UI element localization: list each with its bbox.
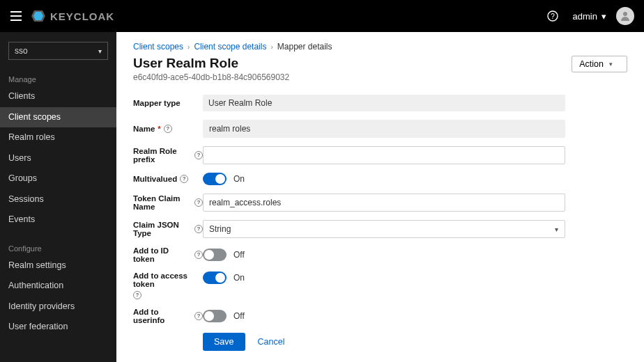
realm-selector-value: sso (15, 46, 28, 56)
chevron-right-icon: › (270, 43, 273, 51)
cancel-button[interactable]: Cancel (255, 333, 288, 351)
main-content: Client scopes › Client scope details › M… (116, 32, 644, 362)
help-button[interactable]: ? (545, 8, 560, 24)
sidebar-item-realm-settings[interactable]: Realm settings (0, 255, 116, 276)
logo-icon (31, 8, 46, 24)
multivalued-toggle-text: On (233, 174, 245, 184)
avatar[interactable] (616, 7, 634, 25)
help-icon[interactable]: ? (194, 225, 203, 233)
menu-toggle-button[interactable] (6, 6, 26, 26)
help-icon[interactable]: ? (133, 291, 141, 299)
sidebar-item-realm-roles[interactable]: Realm roles (0, 127, 116, 148)
svg-rect-0 (10, 11, 22, 13)
label-claim-json-type: Claim JSON Type ? (133, 221, 203, 237)
help-icon[interactable]: ? (180, 175, 188, 183)
breadcrumb-current: Mapper details (277, 42, 332, 52)
mapper-form: Mapper type User Realm Role Name * ? (133, 95, 565, 351)
brand-logo[interactable]: KEYCLOAK (31, 8, 114, 24)
name-input[interactable] (203, 120, 565, 138)
sidebar: sso ▾ Manage Clients Client scopes Realm… (0, 32, 116, 362)
add-to-access-token-toggle-text: On (233, 273, 245, 283)
label-add-to-access-token: Add to access token ? (133, 272, 203, 299)
svg-rect-1 (10, 15, 22, 17)
sidebar-item-user-federation[interactable]: User federation (0, 317, 116, 338)
help-icon[interactable]: ? (164, 125, 172, 133)
chevron-down-icon: ▾ (98, 47, 102, 55)
page-title: User Realm Role (133, 56, 289, 71)
chevron-down-icon: ▾ (601, 11, 606, 22)
action-menu-button[interactable]: Action ▾ (572, 56, 627, 72)
sidebar-item-identity-providers[interactable]: Identity providers (0, 297, 116, 317)
sidebar-item-clients[interactable]: Clients (0, 86, 116, 107)
multivalued-toggle[interactable] (203, 173, 227, 185)
svg-rect-2 (10, 19, 22, 21)
help-icon: ? (547, 10, 558, 22)
user-menu-button[interactable]: admin ▾ (573, 11, 606, 22)
chevron-down-icon: ▾ (609, 61, 613, 68)
action-menu-label: Action (579, 59, 604, 69)
label-add-to-userinfo: Add to userinfo ? (133, 308, 203, 324)
sidebar-item-sessions[interactable]: Sessions (0, 189, 116, 210)
realm-role-prefix-input[interactable] (203, 146, 565, 164)
label-token-claim-name: Token Claim Name ? (133, 194, 203, 211)
add-to-id-token-toggle[interactable] (203, 249, 227, 261)
brand-text: KEYCLOAK (50, 10, 114, 22)
user-icon (620, 10, 631, 22)
sidebar-item-events[interactable]: Events (0, 210, 116, 230)
add-to-id-token-toggle-text: Off (233, 250, 245, 260)
sidebar-section-configure: Configure (0, 239, 116, 255)
claim-json-type-select[interactable] (203, 220, 565, 238)
sidebar-item-users[interactable]: Users (0, 148, 116, 169)
label-realm-role-prefix: Realm Role prefix ? (133, 147, 203, 164)
mapper-type-value: User Realm Role (203, 95, 565, 111)
page-subtitle: e6c40fd9-ace5-40db-b1b8-84c906569032 (133, 72, 289, 82)
save-button[interactable]: Save (203, 333, 245, 351)
breadcrumb: Client scopes › Client scope details › M… (133, 42, 627, 52)
sidebar-item-authentication[interactable]: Authentication (0, 276, 116, 297)
sidebar-item-groups[interactable]: Groups (0, 168, 116, 189)
sidebar-section-manage: Manage (0, 70, 116, 86)
hamburger-icon (10, 11, 22, 21)
sidebar-item-client-scopes[interactable]: Client scopes (0, 107, 116, 128)
help-icon[interactable]: ? (194, 198, 203, 207)
help-icon[interactable]: ? (194, 251, 203, 259)
label-name: Name * ? (133, 125, 203, 133)
label-multivalued: Multivalued ? (133, 175, 203, 183)
svg-point-7 (623, 12, 627, 16)
breadcrumb-link-client-scopes[interactable]: Client scopes (133, 42, 183, 52)
help-icon[interactable]: ? (194, 312, 203, 320)
add-to-access-token-toggle[interactable] (203, 272, 227, 284)
realm-selector[interactable]: sso ▾ (8, 42, 108, 60)
required-indicator: * (158, 125, 160, 133)
chevron-right-icon: › (187, 43, 190, 51)
topbar: KEYCLOAK ? admin ▾ (0, 0, 644, 32)
svg-text:?: ? (551, 13, 555, 20)
breadcrumb-link-client-scope-details[interactable]: Client scope details (194, 42, 266, 52)
add-to-userinfo-toggle-text: Off (233, 311, 245, 321)
token-claim-name-input[interactable] (203, 194, 565, 212)
add-to-userinfo-toggle[interactable] (203, 310, 227, 322)
label-mapper-type: Mapper type (133, 99, 203, 107)
help-icon[interactable]: ? (194, 151, 203, 159)
label-add-to-id-token: Add to ID token ? (133, 246, 203, 263)
user-label: admin (573, 11, 597, 22)
